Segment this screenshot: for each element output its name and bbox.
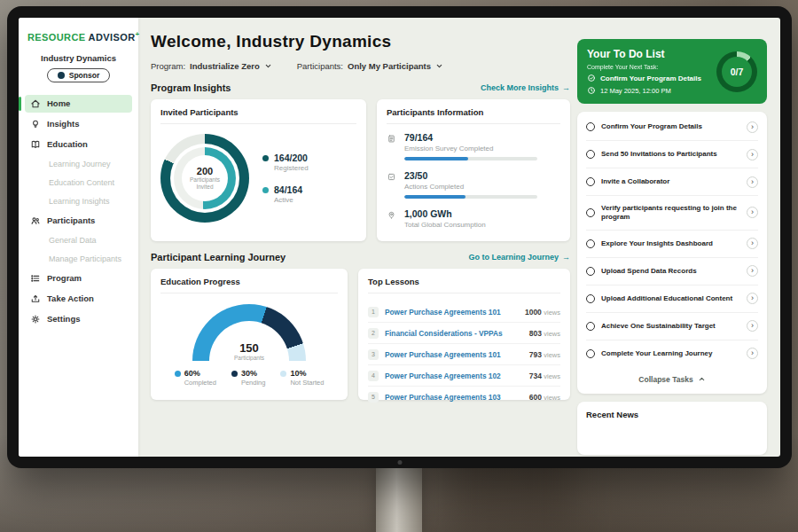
lesson-title-link[interactable]: Financial Considerations - VPPAs	[385, 329, 523, 338]
task-row[interactable]: Confirm Your Program Details ›	[586, 113, 758, 141]
task-checkbox[interactable]	[586, 122, 595, 131]
task-checkbox[interactable]	[586, 239, 595, 248]
lesson-rank: 5	[368, 392, 379, 403]
sidebar-item-education-content[interactable]: Education Content	[25, 175, 132, 191]
task-checkbox[interactable]	[586, 208, 595, 217]
info-progress-fill-0	[404, 157, 468, 160]
survey-progress-bar	[404, 157, 537, 160]
task-checkbox[interactable]	[586, 294, 595, 303]
registered-value: 164/200	[274, 153, 309, 163]
task-row[interactable]: Complete Your Learning Journey ›	[586, 340, 758, 367]
task-row[interactable]: Upload Additional Educational Content ›	[586, 286, 758, 313]
go-to-learning-journey-label: Go to Learning Journey	[468, 253, 559, 262]
task-checkbox[interactable]	[586, 349, 595, 358]
education-gauge-chart: 150 Participants	[192, 304, 306, 361]
clock-icon	[587, 86, 596, 95]
sidebar-item-program[interactable]: Program	[25, 270, 132, 287]
chevron-right-icon[interactable]: ›	[747, 265, 758, 277]
chevron-right-icon[interactable]: ›	[747, 320, 758, 332]
actions-progress-bar	[404, 195, 537, 199]
legend-item-pending: 30% Pending	[231, 369, 266, 387]
sidebar-item-label: Education	[47, 139, 88, 149]
task-checkbox[interactable]	[586, 322, 595, 331]
invited-count-label: Participants Invited	[185, 176, 224, 191]
gauge-legend: 60% Completed 30% Pending	[175, 369, 325, 387]
lesson-title-link[interactable]: Power Purchase Agreements 101	[385, 308, 519, 317]
filters-bar: Program: Industrialize Zero Participants…	[151, 61, 570, 71]
collapse-tasks-button[interactable]: Collapse Tasks	[586, 367, 758, 392]
sidebar-item-participants[interactable]: Participants	[25, 212, 132, 230]
task-row[interactable]: Explore Your Insights Dashboard ›	[586, 231, 758, 258]
not-started-label: Not Started	[290, 379, 324, 387]
sidebar-item-label: Manage Participants	[49, 254, 121, 263]
sidebar-item-home[interactable]: Home	[25, 95, 132, 113]
people-icon	[30, 215, 41, 226]
lesson-title-link[interactable]: Power Purchase Agreements 103	[385, 393, 523, 402]
lesson-views-count: 793	[529, 350, 542, 359]
top-lessons-card: Top Lessons 1 Power Purchase Agreements …	[358, 269, 570, 400]
invited-participants-card: Invited Participants 200 Participants In…	[151, 99, 366, 241]
todo-progress-value: 0/7	[722, 57, 752, 87]
completed-dot-icon	[175, 371, 181, 377]
lesson-row: 4 Power Purchase Agreements 102 734 view…	[368, 365, 560, 387]
chevron-right-icon[interactable]: ›	[747, 348, 758, 359]
program-insights-header: Program Insights Check More Insights →	[151, 82, 570, 93]
actions-label: Actions Completed	[404, 183, 537, 191]
info-progress-fill-1	[404, 195, 466, 199]
lesson-title-link[interactable]: Power Purchase Agreements 102	[385, 372, 523, 380]
sidebar-item-education[interactable]: Education	[25, 136, 132, 153]
todo-subtitle: Complete Your Next Task:	[587, 64, 701, 70]
lesson-title-link[interactable]: Power Purchase Agreements 101	[385, 350, 523, 359]
pending-value: 30%	[241, 369, 266, 378]
org-name: Industry Dynamics	[25, 53, 132, 63]
gear-icon	[30, 314, 41, 325]
sponsor-badge: Sponsor	[47, 68, 110, 82]
task-label: Upload Additional Educational Content	[601, 294, 740, 303]
go-to-learning-journey-link[interactable]: Go to Learning Journey →	[468, 253, 570, 262]
chevron-right-icon[interactable]: ›	[747, 176, 758, 188]
chevron-right-icon[interactable]: ›	[747, 149, 758, 160]
task-checkbox[interactable]	[586, 150, 595, 159]
info-row-consumption: 1,000 GWh Total Global Consumption	[387, 208, 560, 233]
chevron-right-icon[interactable]: ›	[747, 207, 758, 218]
education-progress-card: Education Progress 150 Participants	[151, 269, 348, 400]
lesson-row: 2 Financial Considerations - VPPAs 803 v…	[368, 323, 560, 344]
sidebar-item-manage-participants[interactable]: Manage Participants	[25, 251, 132, 267]
task-row[interactable]: Send 50 Invitations to Participants ›	[586, 141, 758, 168]
task-checkbox[interactable]	[586, 267, 595, 276]
program-filter-value: Industrialize Zero	[190, 61, 260, 71]
task-row[interactable]: Verify participants requesting to join t…	[586, 196, 758, 231]
education-progress-title: Education Progress	[160, 277, 338, 293]
sidebar-item-general-data[interactable]: General Data	[25, 232, 132, 248]
sidebar-item-label: Settings	[47, 314, 80, 324]
legend-item-completed: 60% Completed	[175, 369, 216, 387]
collapse-tasks-label: Collapse Tasks	[638, 375, 692, 384]
upload-icon	[30, 293, 41, 304]
actions-value: 23/50	[404, 170, 537, 181]
todo-progress-ring: 0/7	[716, 51, 757, 92]
check-square-icon	[387, 172, 396, 182]
map-pin-icon	[387, 210, 396, 220]
sidebar-item-insights[interactable]: Insights	[25, 115, 132, 133]
sidebar-item-label: Learning Journey	[49, 160, 111, 168]
participants-filter-dropdown[interactable]: Participants: Only My Participants	[297, 61, 443, 71]
home-icon	[30, 98, 41, 109]
check-circle-icon	[587, 74, 596, 82]
legend-item-registered: 164/200 Registered	[262, 153, 309, 172]
task-label: Achieve One Sustainability Target	[601, 322, 740, 331]
task-row[interactable]: Achieve One Sustainability Target ›	[586, 313, 758, 340]
chevron-right-icon[interactable]: ›	[747, 238, 758, 249]
check-more-insights-link[interactable]: Check More Insights →	[481, 83, 570, 92]
task-checkbox[interactable]	[586, 177, 595, 186]
sidebar-item-label: Program	[47, 273, 82, 283]
program-filter-dropdown[interactable]: Program: Industrialize Zero	[151, 61, 272, 71]
chevron-right-icon[interactable]: ›	[747, 121, 758, 133]
sidebar-item-learning-insights[interactable]: Learning Insights	[25, 193, 132, 209]
sidebar-item-learning-journey[interactable]: Learning Journey	[25, 156, 132, 172]
main-content: Welcome, Industry Dynamics Program: Indu…	[138, 18, 577, 457]
sidebar-item-take-action[interactable]: Take Action	[25, 290, 132, 308]
task-row[interactable]: Invite a Collaborator ›	[586, 168, 758, 196]
chevron-right-icon[interactable]: ›	[747, 293, 758, 304]
task-row[interactable]: Upload Spend Data Records ›	[586, 258, 758, 286]
sidebar-item-settings[interactable]: Settings	[25, 310, 132, 328]
